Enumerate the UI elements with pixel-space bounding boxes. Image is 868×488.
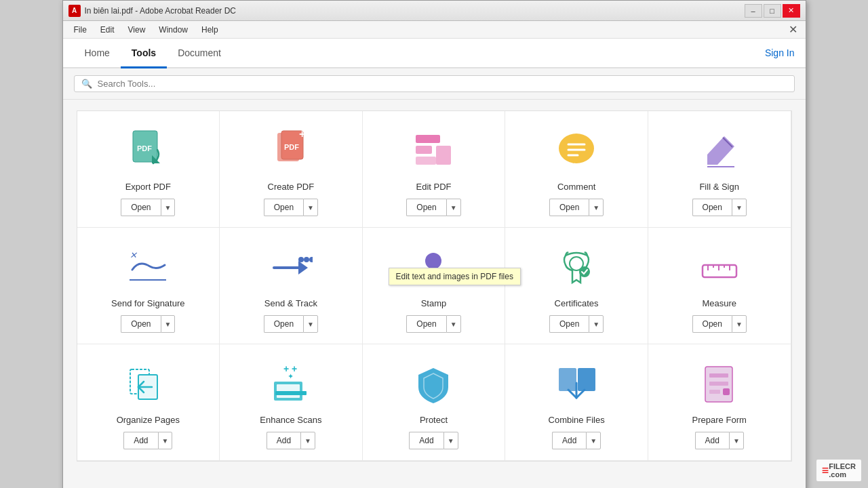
app-icon: A bbox=[68, 5, 81, 17]
svg-text:✕: ✕ bbox=[130, 250, 138, 260]
svg-rect-9 bbox=[416, 146, 432, 154]
prepare-form-icon bbox=[696, 361, 743, 408]
enhance-scans-dropdown[interactable]: ▼ bbox=[300, 432, 315, 449]
minimize-button[interactable]: – bbox=[745, 4, 762, 18]
svg-rect-10 bbox=[416, 157, 436, 165]
measure-open[interactable]: Open bbox=[692, 315, 732, 333]
combine-files-label: Combine Files bbox=[549, 415, 605, 425]
protect-label: Protect bbox=[420, 415, 448, 425]
send-track-dropdown[interactable]: ▼ bbox=[303, 315, 318, 333]
certificates-dropdown[interactable]: ▼ bbox=[589, 315, 604, 333]
send-signature-open[interactable]: Open bbox=[121, 315, 160, 333]
svg-text:+: + bbox=[299, 129, 305, 140]
menubar-items: File Edit View Window Help bbox=[68, 24, 224, 36]
svg-rect-45 bbox=[559, 368, 576, 391]
menubar-close-button[interactable]: ✕ bbox=[786, 23, 800, 36]
fill-sign-dropdown[interactable]: ▼ bbox=[732, 199, 747, 216]
titlebar-title: In biên lai.pdf - Adobe Acrobat Reader D… bbox=[85, 6, 236, 16]
create-pdf-open[interactable]: Open bbox=[264, 199, 303, 216]
organize-pages-dropdown[interactable]: ▼ bbox=[158, 432, 173, 449]
send-track-icon bbox=[267, 244, 315, 291]
svg-point-24 bbox=[309, 257, 313, 262]
tool-comment[interactable]: Comment Open ▼ bbox=[505, 111, 648, 228]
combine-files-add[interactable]: Add bbox=[552, 432, 586, 449]
tool-measure[interactable]: Measure Open ▼ bbox=[648, 228, 791, 344]
fill-sign-icon bbox=[696, 127, 743, 175]
comment-dropdown[interactable]: ▼ bbox=[589, 199, 604, 216]
tool-export-pdf[interactable]: PDF Export PDF Open ▼ bbox=[77, 111, 220, 228]
tab-tools[interactable]: Tools bbox=[121, 39, 167, 68]
menu-window[interactable]: Window bbox=[153, 24, 193, 36]
menu-edit[interactable]: Edit bbox=[95, 24, 120, 36]
app-window: A In biên lai.pdf - Adobe Acrobat Reader… bbox=[62, 0, 806, 488]
svg-rect-51 bbox=[709, 390, 720, 394]
certificates-open[interactable]: Open bbox=[549, 315, 589, 333]
comment-icon bbox=[553, 127, 600, 175]
watermark-text: FILECR.com bbox=[829, 462, 856, 479]
comment-btn-group: Open ▼ bbox=[549, 199, 604, 216]
tab-home[interactable]: Home bbox=[74, 39, 121, 68]
stamp-dropdown[interactable]: ▼ bbox=[446, 315, 461, 333]
searchbar: 🔍 bbox=[63, 68, 806, 100]
combine-files-dropdown[interactable]: ▼ bbox=[586, 432, 601, 449]
export-pdf-open[interactable]: Open bbox=[121, 199, 160, 216]
menu-view[interactable]: View bbox=[123, 24, 151, 36]
create-pdf-label: Create PDF bbox=[268, 182, 315, 192]
edit-pdf-icon bbox=[410, 127, 457, 175]
menu-file[interactable]: File bbox=[68, 24, 92, 36]
tools-content[interactable]: PDF Export PDF Open ▼ bbox=[63, 100, 806, 488]
measure-dropdown[interactable]: ▼ bbox=[732, 315, 747, 333]
export-pdf-label: Export PDF bbox=[125, 182, 171, 192]
menu-help[interactable]: Help bbox=[196, 24, 224, 36]
combine-files-icon bbox=[553, 361, 600, 408]
export-pdf-dropdown[interactable]: ▼ bbox=[161, 199, 176, 216]
tool-stamp[interactable]: Stamp Open ▼ bbox=[363, 228, 506, 344]
search-input[interactable] bbox=[98, 79, 787, 89]
stamp-open[interactable]: Open bbox=[406, 315, 446, 333]
svg-rect-50 bbox=[709, 382, 728, 386]
tool-organize-pages[interactable]: Organize Pages Add ▼ bbox=[77, 344, 220, 461]
fill-sign-open[interactable]: Open bbox=[692, 199, 732, 216]
protect-add[interactable]: Add bbox=[409, 432, 443, 449]
enhance-scans-add[interactable]: Add bbox=[267, 432, 300, 449]
tool-send-track[interactable]: Send & Track Open ▼ bbox=[220, 228, 363, 344]
tool-enhance-scans[interactable]: + + ✦ Enhance Scans Add ▼ bbox=[220, 344, 363, 461]
svg-point-22 bbox=[298, 257, 304, 262]
create-pdf-btn-group: Open ▼ bbox=[264, 199, 318, 216]
combine-files-btn-group: Add ▼ bbox=[552, 432, 601, 449]
svg-point-23 bbox=[304, 257, 309, 262]
tool-fill-sign[interactable]: Fill & Sign Open ▼ bbox=[648, 111, 791, 228]
edit-pdf-dropdown[interactable]: ▼ bbox=[446, 199, 461, 216]
create-pdf-dropdown[interactable]: ▼ bbox=[303, 199, 318, 216]
send-signature-label: Send for Signature bbox=[111, 298, 184, 308]
prepare-form-add[interactable]: Add bbox=[695, 432, 729, 449]
tool-combine-files[interactable]: Combine Files Add ▼ bbox=[505, 344, 648, 461]
tool-protect[interactable]: Protect Add ▼ bbox=[363, 344, 506, 461]
protect-btn-group: Add ▼ bbox=[409, 432, 458, 449]
measure-btn-group: Open ▼ bbox=[692, 315, 747, 333]
sign-in-button[interactable]: Sign In bbox=[765, 47, 795, 58]
maximize-button[interactable]: □ bbox=[764, 4, 781, 18]
send-track-open[interactable]: Open bbox=[264, 315, 303, 333]
svg-text:PDF: PDF bbox=[284, 143, 299, 151]
create-pdf-icon: PDF + bbox=[267, 127, 315, 175]
tool-edit-pdf[interactable]: Edit PDF Open ▼ bbox=[363, 111, 506, 228]
close-button[interactable]: ✕ bbox=[783, 4, 800, 18]
send-signature-dropdown[interactable]: ▼ bbox=[161, 315, 176, 333]
titlebar-controls: – □ ✕ bbox=[745, 4, 800, 18]
comment-open[interactable]: Open bbox=[549, 199, 589, 216]
tool-create-pdf[interactable]: PDF + Create PDF Open ▼ bbox=[220, 111, 363, 228]
tool-certificates[interactable]: Certificates Open ▼ bbox=[505, 228, 648, 344]
tool-send-for-signature[interactable]: ✕ Send for Signature Open ▼ bbox=[77, 228, 220, 344]
tab-document[interactable]: Document bbox=[167, 39, 232, 68]
enhance-scans-label: Enhance Scans bbox=[260, 415, 321, 425]
organize-pages-add[interactable]: Add bbox=[123, 432, 157, 449]
fill-sign-btn-group: Open ▼ bbox=[692, 199, 747, 216]
prepare-form-dropdown[interactable]: ▼ bbox=[729, 432, 744, 449]
svg-rect-11 bbox=[436, 146, 451, 165]
tool-prepare-form[interactable]: Prepare Form Add ▼ bbox=[648, 344, 791, 461]
protect-dropdown[interactable]: ▼ bbox=[443, 432, 458, 449]
svg-marker-21 bbox=[298, 261, 308, 274]
edit-pdf-open[interactable]: Open bbox=[406, 199, 446, 216]
stamp-btn-group: Open ▼ bbox=[406, 315, 460, 333]
